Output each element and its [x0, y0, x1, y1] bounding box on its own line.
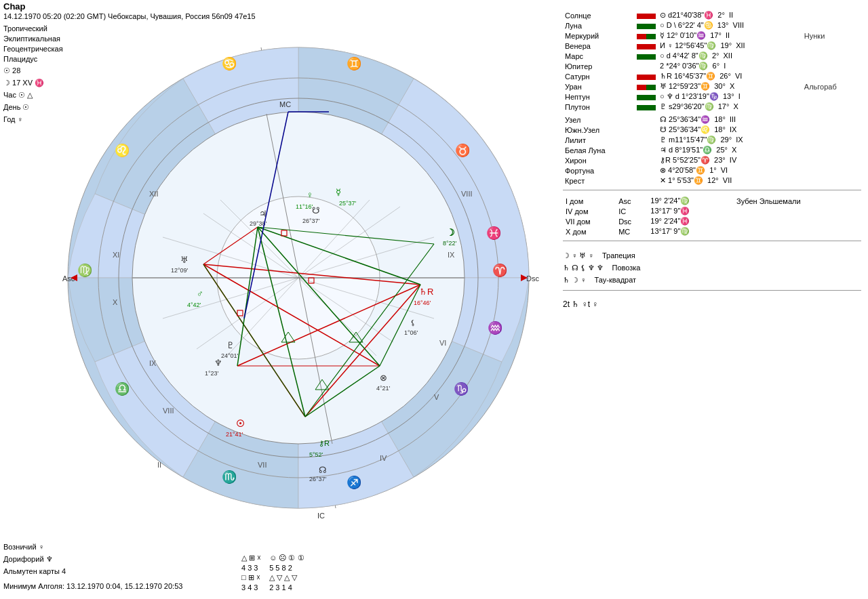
symbol-hour: Час ☉ △: [3, 89, 44, 101]
bottom-table: △ ⊞ ☓ ☺ ☹ ① ① 4 3 3 5 5 8 2 □ ⊞ ☓ △ ▽ △ …: [237, 553, 309, 592]
planet-row-uranus: Уран ♅ 12°59'23"♊ 30° X Альгораб: [563, 81, 861, 91]
system-symbols: ☉ 28 ☽ 17 XV ♓ Час ☉ △ День ☉ Год ♀: [3, 64, 44, 125]
table-header-1: △ ⊞ ☓: [237, 553, 265, 563]
svg-text:♎: ♎: [115, 381, 130, 396]
house-row-4: IV дом IC 13°17' 9"♓: [563, 206, 861, 216]
svg-text:25°37': 25°37': [339, 200, 357, 207]
svg-text:♊: ♊: [347, 56, 362, 71]
symbol-sun: ☉ 28: [3, 64, 44, 77]
svg-text:☉: ☉: [236, 418, 245, 429]
symbol-moon: ☽ 17 XV ♓: [3, 77, 44, 89]
svg-text:♉: ♉: [455, 143, 471, 158]
pattern-1-symbols: ☽ ♀ ♅ ♀: [563, 251, 600, 260]
svg-text:26°37': 26°37': [309, 476, 327, 482]
planet-row-south-node: Южн.Узел ☋ 25°36'34"♌ 18° IX: [563, 125, 861, 135]
pattern-3-symbols: ♄ ☽ ♀: [563, 276, 593, 284]
svg-text:16°46': 16°46': [414, 300, 431, 306]
svg-text:11°16': 11°16': [296, 203, 313, 210]
planet-row-jupiter: Юпитер 2 *24° 0'36"♍ 6° I: [563, 61, 861, 71]
doriforiy: Дорифорий ♆: [3, 553, 182, 565]
table-row1-col2: 5 5 8 2: [265, 563, 308, 573]
planet-row-mercury: Меркурий ☿ 12° 0'10"♒ 17° II Нунки: [563, 30, 861, 41]
svg-text:♆: ♆: [214, 358, 222, 368]
svg-text:26°37': 26°37': [302, 218, 320, 224]
svg-text:IV: IV: [380, 454, 387, 462]
house-row-1: I дом Asc 19° 2'24"♍ Зубен Эльшемали: [563, 196, 861, 206]
planet-row-moon: Луна ○ D \ 6°22' 4"♋ 13° VIII: [563, 20, 861, 30]
svg-text:♒: ♒: [488, 321, 503, 335]
svg-text:♂: ♂: [197, 289, 203, 299]
planet-row-node: Узел ☊ 25°36'34"♒ 18° III: [563, 115, 861, 125]
svg-text:⚸: ⚸: [410, 318, 416, 327]
chart-svg: ♈ ♉ ♊ ♋ ♌ ♍ ♎ ♏ ♐ ♑ ♒ ♓: [54, 34, 542, 522]
svg-text:XII: XII: [149, 190, 158, 198]
svg-text:♄R: ♄R: [419, 287, 433, 297]
house-row-10: X дом MC 13°17' 9"♍: [563, 226, 861, 236]
chart-title: Chap: [3, 1, 26, 12]
svg-text:☋: ☋: [312, 205, 320, 215]
svg-text:☽: ☽: [446, 227, 455, 238]
svg-text:⚷R: ⚷R: [319, 439, 330, 447]
svg-text:V: V: [434, 393, 439, 401]
svg-text:4°42': 4°42': [187, 302, 201, 308]
pattern-row-2: ♄ ☊ ⚸ ♆ ♆ Повозка: [563, 262, 861, 274]
planet-row-lilith: Лилит ♇ m11°15'47"♍ 29° IX: [563, 135, 861, 145]
svg-text:4°21': 4°21': [376, 385, 391, 392]
svg-text:24°01': 24°01': [221, 352, 239, 359]
svg-text:21°41': 21°41': [226, 431, 243, 438]
svg-text:☿: ☿: [336, 187, 341, 197]
separator-2: [563, 241, 861, 241]
separator-1: [563, 190, 861, 190]
svg-text:♌: ♌: [115, 143, 130, 158]
almuten: Альмутен карты 4: [3, 565, 182, 577]
svg-text:♋: ♋: [222, 56, 237, 71]
planet-row-fortuna: Фортуна ⊗ 4°20'58"♊ 1° VI: [563, 165, 861, 175]
mc-label: MC: [279, 100, 291, 108]
svg-text:♈: ♈: [492, 263, 508, 278]
pattern-row-1: ☽ ♀ ♅ ♀ Трапеция: [563, 249, 861, 262]
svg-text:II: II: [157, 461, 161, 469]
planet-row-venus: Венера И ♀ 12°56'45"♍ 19° XII: [563, 41, 861, 51]
pattern-3-name: Тау-квадрат: [595, 276, 636, 284]
planet-row-chiron: Хирон ⚷R 5°52'25"♈ 23° IV: [563, 155, 861, 165]
svg-text:⊗: ⊗: [380, 373, 387, 383]
pattern-1-name: Трапеция: [602, 251, 635, 260]
planet-row-white-moon: Белая Луна ♃ d 8°19'51"♎ 25° X: [563, 145, 861, 155]
symbol-year: Год ♀: [3, 113, 44, 125]
dsc-label: Dsc: [526, 274, 539, 283]
astro-chart: ♈ ♉ ♊ ♋ ♌ ♍ ♎ ♏ ♐ ♑ ♒ ♓: [54, 34, 542, 522]
svg-text:♓: ♓: [486, 226, 502, 241]
svg-text:VII: VII: [258, 461, 267, 469]
chart-panel: Chap 14.12.1970 05:20 (02:20 GMT) Чебокс…: [0, 0, 556, 599]
planet-row-pluto: Плутон ♇ s29°36'20"♍ 17° X: [563, 102, 861, 112]
svg-text:5°52': 5°52': [309, 451, 323, 458]
table-header-4: △ ▽ △ ▽: [265, 573, 308, 583]
svg-text:♑: ♑: [454, 381, 469, 396]
planet-row-cross: Крест ✕ 1° 5'53"♊ 12° VII: [563, 175, 861, 186]
svg-text:VIII: VIII: [461, 190, 473, 198]
svg-text:8°22': 8°22': [443, 240, 457, 247]
svg-text:1°06': 1°06': [404, 329, 418, 336]
planet-row-mars: Марс ○ d 4°42' 8"♍ 2° XII: [563, 51, 861, 61]
pattern-2-name: Повозка: [612, 264, 640, 272]
svg-text:IX: IX: [448, 251, 455, 259]
svg-text:VI: VI: [439, 339, 446, 347]
houses-table: I дом Asc 19° 2'24"♍ Зубен Эльшемали IV …: [563, 196, 861, 236]
patterns-section: ☽ ♀ ♅ ♀ Трапеция ♄ ☊ ⚸ ♆ ♆ Повозка ♄ ☽ ♀…: [563, 249, 861, 286]
table-header-3: □ ⊞ ☓: [237, 573, 265, 583]
table-header-2: ☺ ☹ ① ①: [265, 553, 308, 563]
svg-text:☊: ☊: [319, 465, 327, 475]
planet-row-neptune: Нептун ○ ♆ d 1°23'19"♑ 13° I: [563, 91, 861, 102]
system-line-1: Тропический: [3, 24, 63, 34]
data-panel: Солнце ⊙ d21°40'38"♓ 2° II Луна ○ D \ 6°…: [556, 0, 868, 599]
planet-row-saturn: Сатурн ♄R 16°45'37"♊ 26° VI: [563, 71, 861, 81]
planets-table: Солнце ⊙ d21°40'38"♓ 2° II Луна ○ D \ 6°…: [563, 10, 861, 186]
svg-text:VIII: VIII: [163, 407, 174, 415]
separator-3: [563, 290, 861, 291]
symbol-day: День ☉: [3, 101, 44, 113]
extra-symbols: 2t ♄ ♀t ♀: [563, 297, 861, 311]
svg-text:♏: ♏: [222, 470, 237, 484]
svg-text:♍: ♍: [77, 263, 93, 278]
pattern-2-symbols: ♄ ☊ ⚸ ♆ ♆: [563, 264, 610, 272]
table-row2-col2: 2 3 1 4: [265, 583, 308, 592]
